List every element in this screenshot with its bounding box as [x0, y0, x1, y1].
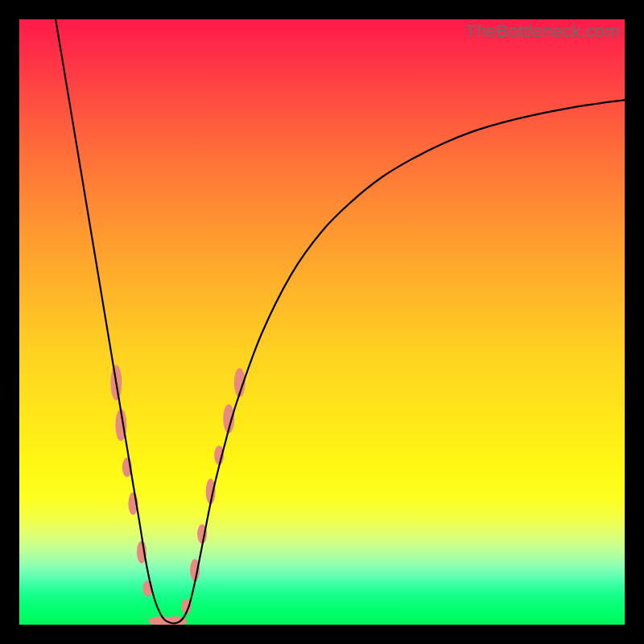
chart-frame: TheBottleneck.com — [19, 19, 625, 625]
bottleneck-curve — [56, 19, 625, 623]
marker-cluster — [110, 365, 245, 625]
bottleneck-plot — [19, 19, 625, 625]
